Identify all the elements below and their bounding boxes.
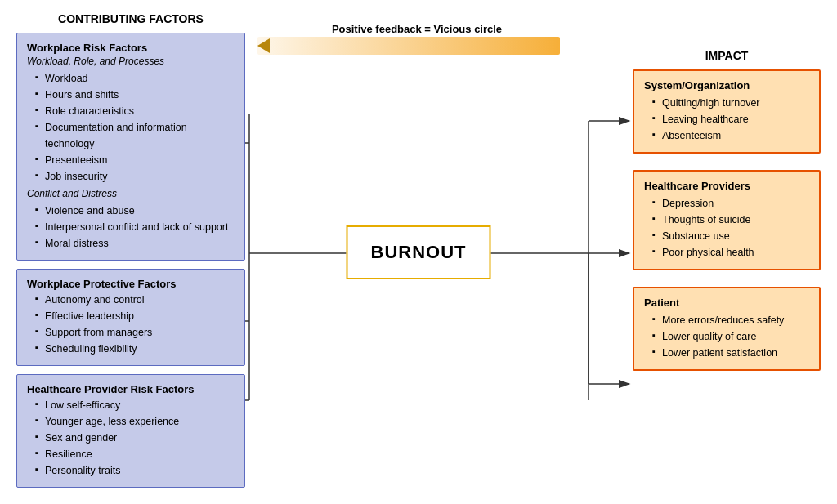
provider-risk-title: Healthcare Provider Risk Factors [27, 383, 235, 395]
list-item: More errors/reduces safety [652, 312, 809, 328]
list-item: Younger age, less experience [35, 413, 235, 430]
workplace-protective-list: Autonomy and control Effective leadershi… [27, 292, 235, 357]
left-column: Workplace Risk Factors Workload, Role, a… [16, 33, 245, 496]
system-org-list: Quitting/high turnover Leaving healthcar… [644, 95, 809, 144]
provider-risk-list: Low self-efficacy Younger age, less expe… [27, 397, 235, 479]
list-item: Poor physical health [652, 244, 809, 261]
list-item: Lower quality of care [652, 328, 809, 345]
diagram-container: CONTRIBUTING FACTORS IMPACT Positive fee… [0, 0, 837, 504]
list-item: Low self-efficacy [35, 397, 235, 413]
list-item: Support from managers [35, 324, 235, 341]
list-item: Violence and abuse [35, 203, 235, 219]
list-item: Effective leadership [35, 308, 235, 324]
patient-title: Patient [644, 297, 809, 309]
list-item: Depression [652, 195, 809, 212]
list-item: Workload [35, 70, 235, 87]
healthcare-providers-box: Healthcare Providers Depression Thoughts… [633, 170, 821, 270]
patient-list: More errors/reduces safety Lower quality… [644, 312, 809, 361]
right-column: System/Organization Quitting/high turnov… [633, 45, 821, 387]
list-item: Moral distress [35, 235, 235, 252]
list-item: Lower patient satisfaction [652, 345, 809, 361]
workplace-risk-list2: Violence and abuse Interpersonal conflic… [27, 203, 235, 252]
list-item: Job insecurity [35, 168, 235, 185]
list-item: Scheduling flexibility [35, 341, 235, 357]
list-item: Personality traits [35, 462, 235, 479]
burnout-box: BURNOUT [347, 225, 491, 279]
list-item: Sex and gender [35, 430, 235, 446]
list-item: Hours and shifts [35, 87, 235, 103]
feedback-label: Positive feedback = Vicious circle [270, 23, 564, 35]
list-item: Interpersonal conflict and lack of suppo… [35, 219, 235, 235]
list-item: Quitting/high turnover [652, 95, 809, 111]
workplace-risk-box: Workplace Risk Factors Workload, Role, a… [16, 33, 245, 261]
list-item: Leaving healthcare [652, 111, 809, 127]
workplace-risk-subtitle1: Workload, Role, and Processes [27, 56, 235, 67]
patient-box: Patient More errors/reduces safety Lower… [633, 287, 821, 371]
workplace-risk-subtitle2: Conflict and Distress [27, 188, 235, 199]
list-item: Resilience [35, 446, 235, 462]
workplace-protective-box: Workplace Protective Factors Autonomy an… [16, 269, 245, 366]
list-item: Documentation and information technology [35, 119, 235, 152]
workplace-risk-title: Workplace Risk Factors [27, 42, 235, 54]
svg-marker-3 [257, 38, 270, 53]
contributing-factors-header: CONTRIBUTING FACTORS [16, 12, 245, 25]
list-item: Absenteeism [652, 127, 809, 144]
list-item: Thoughts of suicide [652, 212, 809, 228]
system-org-box: System/Organization Quitting/high turnov… [633, 69, 821, 154]
system-org-title: System/Organization [644, 79, 809, 91]
provider-risk-box: Healthcare Provider Risk Factors Low sel… [16, 374, 245, 488]
workplace-risk-list1: Workload Hours and shifts Role character… [27, 70, 235, 185]
list-item: Role characteristics [35, 103, 235, 119]
list-item: Autonomy and control [35, 292, 235, 308]
list-item: Presenteeism [35, 152, 235, 168]
healthcare-providers-title: Healthcare Providers [644, 180, 809, 192]
list-item: Substance use [652, 228, 809, 244]
healthcare-providers-list: Depression Thoughts of suicide Substance… [644, 195, 809, 261]
svg-rect-2 [257, 37, 560, 55]
workplace-protective-title: Workplace Protective Factors [27, 278, 235, 290]
